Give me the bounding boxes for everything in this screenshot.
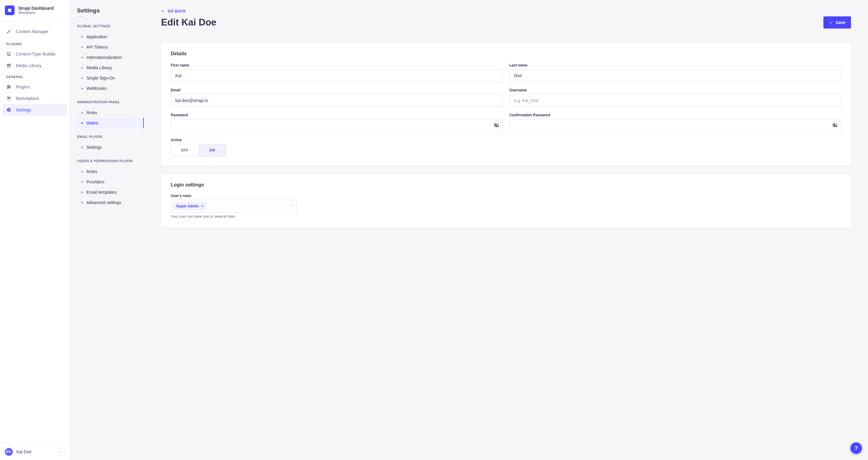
subsection-email: EMAIL PLUGIN: [77, 135, 141, 139]
nav-plugins[interactable]: Plugins: [2, 81, 67, 93]
go-back-link[interactable]: GO BACK: [161, 9, 186, 13]
sub-item-up-providers[interactable]: Providers: [77, 177, 141, 187]
user-roles-select[interactable]: Super Admin: [171, 200, 297, 212]
bullet-icon: [81, 57, 83, 58]
first-name-label: First name: [171, 63, 503, 67]
first-name-input[interactable]: [171, 69, 503, 82]
sub-item-webhooks[interactable]: Webhooks: [77, 83, 141, 93]
last-name-input[interactable]: [509, 69, 842, 82]
nav-section-plugins: PLUGINS: [2, 38, 67, 48]
field-user-roles: User's roles Super Admin Your user can h…: [171, 194, 298, 219]
bullet-icon: [81, 88, 83, 89]
field-username: Username: [509, 88, 842, 107]
gear-icon: [6, 107, 11, 113]
nav-content-manager[interactable]: Content Manager: [2, 25, 67, 38]
sub-item-admin-roles[interactable]: Roles: [77, 108, 141, 118]
check-icon: [829, 20, 833, 25]
sub-item-label: Single Sign-On: [87, 76, 115, 81]
eye-off-icon: [832, 123, 838, 128]
bullet-icon: [81, 192, 83, 193]
nav-content-type-builder[interactable]: Content-Type Builder: [2, 48, 67, 60]
sub-item-label: Users: [87, 120, 98, 125]
help-icon: ?: [855, 445, 858, 452]
nav-section-general: GENERAL: [2, 71, 67, 81]
nav-label: Content Manager: [16, 29, 49, 34]
sub-item-label: Media Library: [87, 65, 112, 70]
main-content: GO BACK Edit Kai Doe Save Details First …: [144, 0, 868, 460]
field-confirm-password: Confirmation Password: [509, 113, 842, 132]
nav-marketplace[interactable]: Marketplace: [2, 93, 67, 104]
sub-item-application[interactable]: Application: [77, 32, 141, 42]
sub-item-admin-users[interactable]: Users: [77, 118, 141, 128]
sub-item-label: Webhooks: [87, 86, 106, 91]
subsection-admin: ADMINISTRATION PANEL: [77, 100, 141, 104]
bullet-icon: [81, 47, 83, 48]
email-label: Email: [171, 88, 503, 92]
password-input[interactable]: [171, 119, 503, 132]
save-label: Save: [836, 20, 845, 25]
confirm-password-label: Confirmation Password: [509, 113, 842, 117]
brand-title: Strapi Dashboard: [18, 6, 54, 11]
sub-item-up-advanced-settings[interactable]: Advanced settings: [77, 197, 141, 208]
avatar: KD: [5, 448, 13, 456]
sub-item-label: Settings: [87, 145, 102, 150]
sub-item-up-roles[interactable]: Roles: [77, 166, 141, 177]
bullet-icon: [81, 67, 83, 68]
pencil-icon: [6, 29, 11, 34]
toggle-password-visibility[interactable]: [494, 123, 499, 128]
bullet-icon: [81, 181, 83, 183]
remove-role-button[interactable]: [201, 205, 204, 208]
toggle-confirm-password-visibility[interactable]: [832, 123, 838, 128]
user-roles-label: User's roles: [171, 194, 298, 198]
arrow-left-icon: [161, 9, 165, 13]
field-active: Active OFF ON: [171, 138, 503, 157]
last-name-label: Last name: [509, 63, 842, 67]
active-on-button[interactable]: ON: [198, 144, 226, 156]
active-off-button[interactable]: OFF: [171, 144, 198, 156]
sub-item-single-sign-on[interactable]: Single Sign-On: [77, 73, 141, 83]
go-back-label: GO BACK: [168, 9, 186, 13]
bullet-icon: [81, 78, 83, 79]
sub-item-up-email-templates[interactable]: Email templates: [77, 187, 141, 197]
sub-item-internationalization[interactable]: Internationalization: [77, 52, 141, 62]
bullet-icon: [81, 202, 83, 203]
user-name: Kai Doe: [17, 449, 54, 454]
svg-rect-0: [8, 9, 11, 12]
field-first-name: First name: [171, 63, 503, 82]
collapse-sidebar-button[interactable]: [57, 448, 65, 455]
field-last-name: Last name: [509, 63, 842, 82]
divider: [77, 17, 84, 17]
nav-label: Settings: [16, 108, 31, 112]
username-label: Username: [509, 88, 842, 92]
eye-off-icon: [494, 123, 499, 128]
chevron-left-icon: [59, 450, 62, 453]
sub-item-label: Roles: [87, 169, 97, 174]
user-footer: KD Kai Doe: [0, 443, 69, 460]
brand-logo-icon: [5, 5, 14, 15]
settings-subnav: Settings GLOBAL SETTINGS Application API…: [70, 0, 144, 460]
sub-item-api-tokens[interactable]: API Tokens: [77, 42, 141, 52]
brand-subtitle: Workplace: [18, 11, 54, 15]
puzzle-icon: [6, 84, 11, 90]
sub-item-label: Roles: [87, 110, 97, 115]
active-label: Active: [171, 138, 503, 142]
help-fab-button[interactable]: ?: [850, 442, 862, 454]
email-input[interactable]: [171, 94, 503, 107]
subnav-title: Settings: [77, 7, 141, 14]
confirm-password-input[interactable]: [509, 119, 842, 132]
brand: Strapi Dashboard Workplace: [0, 0, 69, 21]
save-button[interactable]: Save: [824, 17, 851, 29]
login-settings-card: Login settings User's roles Super Admin …: [161, 174, 851, 228]
nav-settings[interactable]: Settings: [2, 104, 67, 116]
details-heading: Details: [171, 51, 841, 56]
nav-label: Marketplace: [16, 96, 39, 101]
sub-item-label: API Tokens: [87, 45, 108, 50]
sub-item-email-settings[interactable]: Settings: [77, 142, 141, 152]
sub-item-media-library[interactable]: Media Library: [77, 62, 141, 73]
nav-media-library[interactable]: Media Library: [2, 60, 67, 71]
page-title: Edit Kai Doe: [161, 17, 217, 28]
username-input[interactable]: [509, 94, 842, 107]
sub-item-label: Application: [87, 34, 107, 39]
role-tag: Super Admin: [174, 203, 207, 210]
caret-down-icon: [290, 205, 293, 208]
